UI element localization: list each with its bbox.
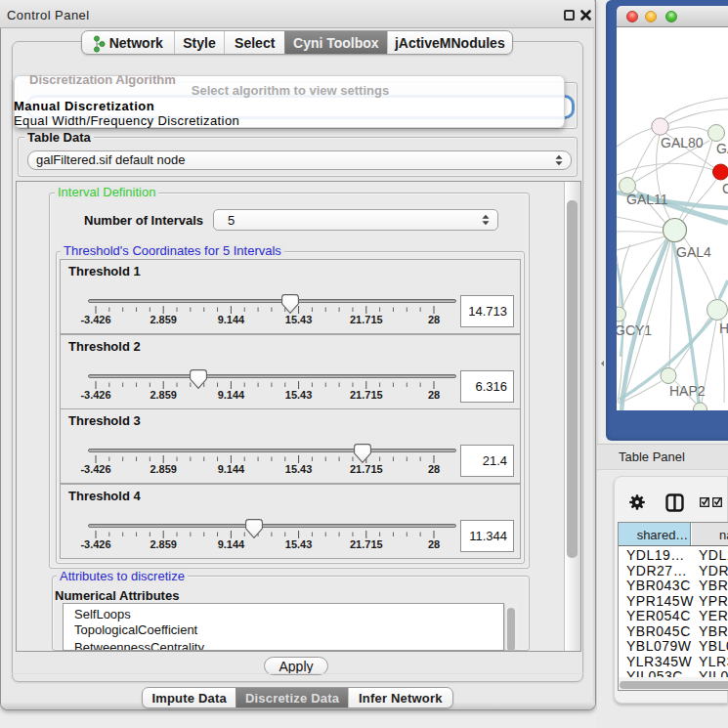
svg-text:GAL4: GAL4 — [676, 244, 711, 260]
svg-text:GA: GA — [716, 141, 728, 156]
svg-text:HAP2: HAP2 — [669, 383, 706, 399]
svg-text:GAL80: GAL80 — [661, 135, 704, 150]
svg-text:GAL11: GAL11 — [626, 192, 668, 207]
svg-text:CY: CY — [722, 181, 728, 196]
svg-text:GCY1: GCY1 — [617, 322, 652, 338]
svg-text:HI: HI — [719, 321, 728, 336]
